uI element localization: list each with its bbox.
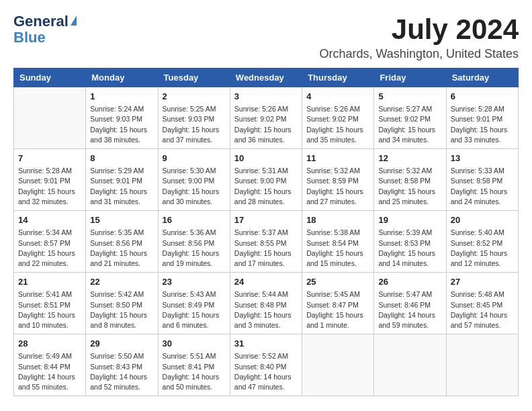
calendar-header-sunday: Sunday bbox=[14, 68, 86, 87]
calendar-cell: 27Sunrise: 5:48 AM Sunset: 8:45 PM Dayli… bbox=[446, 273, 518, 334]
day-info: Sunrise: 5:28 AM Sunset: 9:01 PM Dayligh… bbox=[18, 166, 81, 207]
day-info: Sunrise: 5:50 AM Sunset: 8:43 PM Dayligh… bbox=[90, 351, 153, 392]
calendar-cell: 22Sunrise: 5:42 AM Sunset: 8:50 PM Dayli… bbox=[86, 273, 158, 334]
calendar-cell bbox=[374, 334, 446, 396]
day-number: 19 bbox=[378, 214, 441, 226]
day-number: 11 bbox=[306, 152, 369, 165]
logo: General Blue bbox=[13, 13, 77, 46]
calendar-header-wednesday: Wednesday bbox=[230, 68, 302, 87]
month-title: July 2024 bbox=[320, 13, 519, 46]
day-info: Sunrise: 5:44 AM Sunset: 8:48 PM Dayligh… bbox=[234, 289, 298, 330]
day-number: 16 bbox=[163, 214, 226, 226]
day-info: Sunrise: 5:41 AM Sunset: 8:51 PM Dayligh… bbox=[18, 289, 81, 330]
calendar-header-thursday: Thursday bbox=[302, 68, 374, 87]
day-number: 13 bbox=[451, 152, 514, 165]
day-number: 10 bbox=[234, 152, 298, 165]
day-info: Sunrise: 5:32 AM Sunset: 8:58 PM Dayligh… bbox=[378, 166, 441, 207]
calendar-header-friday: Friday bbox=[374, 68, 446, 87]
day-info: Sunrise: 5:26 AM Sunset: 9:02 PM Dayligh… bbox=[306, 104, 369, 145]
day-number: 7 bbox=[18, 152, 81, 165]
day-info: Sunrise: 5:29 AM Sunset: 9:01 PM Dayligh… bbox=[90, 166, 153, 207]
day-number: 23 bbox=[163, 276, 226, 288]
day-info: Sunrise: 5:45 AM Sunset: 8:47 PM Dayligh… bbox=[306, 289, 369, 330]
calendar-cell: 9Sunrise: 5:30 AM Sunset: 9:00 PM Daylig… bbox=[158, 149, 230, 211]
page-header: General Blue July 2024 Orchards, Washing… bbox=[13, 13, 519, 61]
calendar-cell: 14Sunrise: 5:34 AM Sunset: 8:57 PM Dayli… bbox=[14, 211, 86, 273]
day-info: Sunrise: 5:52 AM Sunset: 8:40 PM Dayligh… bbox=[234, 351, 298, 392]
calendar-cell: 1Sunrise: 5:24 AM Sunset: 9:03 PM Daylig… bbox=[86, 87, 158, 149]
calendar-header-saturday: Saturday bbox=[446, 68, 518, 87]
day-info: Sunrise: 5:33 AM Sunset: 8:58 PM Dayligh… bbox=[451, 166, 514, 207]
calendar-cell: 8Sunrise: 5:29 AM Sunset: 9:01 PM Daylig… bbox=[86, 149, 158, 211]
calendar-cell: 3Sunrise: 5:26 AM Sunset: 9:02 PM Daylig… bbox=[230, 87, 302, 149]
day-number: 21 bbox=[18, 276, 81, 288]
calendar-table: SundayMondayTuesdayWednesdayThursdayFrid… bbox=[13, 68, 519, 396]
day-info: Sunrise: 5:28 AM Sunset: 9:01 PM Dayligh… bbox=[451, 104, 514, 145]
day-number: 27 bbox=[451, 276, 514, 288]
day-info: Sunrise: 5:42 AM Sunset: 8:50 PM Dayligh… bbox=[90, 289, 153, 330]
day-number: 29 bbox=[90, 338, 153, 350]
calendar-cell: 10Sunrise: 5:31 AM Sunset: 9:00 PM Dayli… bbox=[230, 149, 302, 211]
day-number: 12 bbox=[378, 152, 441, 165]
logo-blue-text: Blue bbox=[13, 30, 77, 46]
day-number: 15 bbox=[90, 214, 153, 226]
calendar-cell: 16Sunrise: 5:36 AM Sunset: 8:56 PM Dayli… bbox=[158, 211, 230, 273]
day-number: 14 bbox=[18, 214, 81, 226]
day-info: Sunrise: 5:39 AM Sunset: 8:53 PM Dayligh… bbox=[378, 228, 441, 269]
calendar-cell: 26Sunrise: 5:47 AM Sunset: 8:46 PM Dayli… bbox=[374, 273, 446, 334]
calendar-cell bbox=[446, 334, 518, 396]
calendar-header-row: SundayMondayTuesdayWednesdayThursdayFrid… bbox=[14, 68, 519, 87]
calendar-cell: 29Sunrise: 5:50 AM Sunset: 8:43 PM Dayli… bbox=[86, 334, 158, 396]
calendar-cell: 2Sunrise: 5:25 AM Sunset: 9:03 PM Daylig… bbox=[158, 87, 230, 149]
day-number: 28 bbox=[18, 338, 81, 350]
calendar-cell: 30Sunrise: 5:51 AM Sunset: 8:41 PM Dayli… bbox=[158, 334, 230, 396]
calendar-cell: 18Sunrise: 5:38 AM Sunset: 8:54 PM Dayli… bbox=[302, 211, 374, 273]
day-info: Sunrise: 5:27 AM Sunset: 9:02 PM Dayligh… bbox=[378, 104, 441, 145]
calendar-cell: 31Sunrise: 5:52 AM Sunset: 8:40 PM Dayli… bbox=[230, 334, 302, 396]
day-number: 31 bbox=[234, 338, 298, 350]
day-number: 9 bbox=[163, 152, 226, 165]
calendar-cell: 15Sunrise: 5:35 AM Sunset: 8:56 PM Dayli… bbox=[86, 211, 158, 273]
calendar-cell: 13Sunrise: 5:33 AM Sunset: 8:58 PM Dayli… bbox=[446, 149, 518, 211]
day-number: 20 bbox=[451, 214, 514, 226]
day-info: Sunrise: 5:24 AM Sunset: 9:03 PM Dayligh… bbox=[90, 104, 153, 145]
calendar-cell: 5Sunrise: 5:27 AM Sunset: 9:02 PM Daylig… bbox=[374, 87, 446, 149]
day-number: 3 bbox=[234, 91, 298, 103]
day-number: 1 bbox=[90, 91, 153, 103]
day-number: 4 bbox=[306, 91, 369, 103]
calendar-cell: 23Sunrise: 5:43 AM Sunset: 8:49 PM Dayli… bbox=[158, 273, 230, 334]
day-number: 22 bbox=[90, 276, 153, 288]
day-number: 30 bbox=[163, 338, 226, 350]
day-number: 17 bbox=[234, 214, 298, 226]
day-number: 6 bbox=[451, 91, 514, 103]
day-info: Sunrise: 5:34 AM Sunset: 8:57 PM Dayligh… bbox=[18, 228, 81, 269]
day-info: Sunrise: 5:30 AM Sunset: 9:00 PM Dayligh… bbox=[163, 166, 226, 207]
day-number: 24 bbox=[234, 276, 298, 288]
day-info: Sunrise: 5:48 AM Sunset: 8:45 PM Dayligh… bbox=[451, 289, 514, 330]
day-number: 26 bbox=[378, 276, 441, 288]
calendar-week-row: 7Sunrise: 5:28 AM Sunset: 9:01 PM Daylig… bbox=[14, 149, 519, 211]
calendar-header-monday: Monday bbox=[86, 68, 158, 87]
calendar-cell: 6Sunrise: 5:28 AM Sunset: 9:01 PM Daylig… bbox=[446, 87, 518, 149]
calendar-cell: 17Sunrise: 5:37 AM Sunset: 8:55 PM Dayli… bbox=[230, 211, 302, 273]
calendar-header-tuesday: Tuesday bbox=[158, 68, 230, 87]
calendar-cell: 20Sunrise: 5:40 AM Sunset: 8:52 PM Dayli… bbox=[446, 211, 518, 273]
calendar-week-row: 21Sunrise: 5:41 AM Sunset: 8:51 PM Dayli… bbox=[14, 273, 519, 334]
calendar-cell: 19Sunrise: 5:39 AM Sunset: 8:53 PM Dayli… bbox=[374, 211, 446, 273]
calendar-week-row: 14Sunrise: 5:34 AM Sunset: 8:57 PM Dayli… bbox=[14, 211, 519, 273]
logo-general-text: General bbox=[13, 13, 69, 30]
day-info: Sunrise: 5:37 AM Sunset: 8:55 PM Dayligh… bbox=[234, 228, 298, 269]
day-number: 5 bbox=[378, 91, 441, 103]
day-info: Sunrise: 5:32 AM Sunset: 8:59 PM Dayligh… bbox=[306, 166, 369, 207]
calendar-cell: 7Sunrise: 5:28 AM Sunset: 9:01 PM Daylig… bbox=[14, 149, 86, 211]
calendar-week-row: 28Sunrise: 5:49 AM Sunset: 8:44 PM Dayli… bbox=[14, 334, 519, 396]
day-info: Sunrise: 5:38 AM Sunset: 8:54 PM Dayligh… bbox=[306, 228, 369, 269]
calendar-cell: 21Sunrise: 5:41 AM Sunset: 8:51 PM Dayli… bbox=[14, 273, 86, 334]
day-info: Sunrise: 5:36 AM Sunset: 8:56 PM Dayligh… bbox=[163, 228, 226, 269]
day-info: Sunrise: 5:43 AM Sunset: 8:49 PM Dayligh… bbox=[163, 289, 226, 330]
calendar-cell bbox=[302, 334, 374, 396]
day-number: 2 bbox=[163, 91, 226, 103]
calendar-cell: 24Sunrise: 5:44 AM Sunset: 8:48 PM Dayli… bbox=[230, 273, 302, 334]
logo-triangle-icon bbox=[71, 15, 77, 26]
calendar-cell: 28Sunrise: 5:49 AM Sunset: 8:44 PM Dayli… bbox=[14, 334, 86, 396]
